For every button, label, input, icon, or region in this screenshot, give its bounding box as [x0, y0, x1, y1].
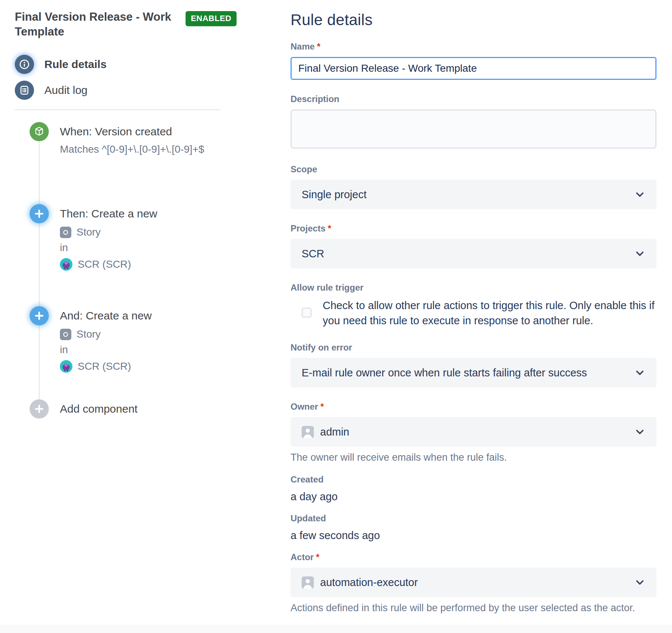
- chevron-down-icon: [634, 248, 645, 259]
- projects-label: Projects: [291, 223, 656, 234]
- info-icon: [15, 55, 34, 74]
- description-label: Description: [291, 94, 656, 104]
- actor-help-text: Actions defined in this rule will be per…: [291, 602, 656, 614]
- rule-trigger-description: Check to allow other rule actions to tri…: [323, 298, 656, 328]
- nav-item-rule-details[interactable]: Rule details: [15, 55, 237, 74]
- issue-type-row: Story: [60, 328, 152, 340]
- allow-rule-trigger-row: Check to allow other rule actions to tri…: [291, 298, 656, 328]
- project-label: SCR (SCR): [78, 258, 131, 270]
- notify-on-error-label: Notify on error: [291, 342, 656, 353]
- rule-trigger-checkbox[interactable]: [302, 308, 312, 318]
- projects-select[interactable]: SCR: [291, 239, 656, 268]
- allow-rule-trigger-label: Allow rule trigger: [291, 282, 656, 293]
- timeline-trigger-title: When: Version created: [60, 122, 204, 141]
- rule-title: Final Version Release - Work Template: [15, 10, 179, 39]
- rule-sidebar: Final Version Release - Work Template EN…: [15, 10, 237, 419]
- story-icon: [60, 329, 71, 340]
- updated-label: Updated: [291, 513, 656, 524]
- chevron-down-icon: [634, 577, 645, 588]
- chevron-down-icon: [634, 426, 645, 437]
- avatar: [302, 426, 314, 438]
- updated-value: a few seconds ago: [291, 529, 656, 542]
- projects-value: SCR: [302, 248, 324, 260]
- chevron-down-icon: [634, 189, 645, 200]
- name-input[interactable]: [291, 57, 656, 80]
- rule-header: Final Version Release - Work Template EN…: [15, 10, 237, 39]
- scope-label: Scope: [291, 164, 656, 175]
- created-value: a day ago: [291, 491, 656, 503]
- timeline-item-and-action[interactable]: And: Create a new Story in SCR (SCR): [15, 306, 237, 373]
- project-row: SCR (SCR): [60, 360, 152, 373]
- plus-icon: [30, 306, 49, 325]
- story-icon: [60, 227, 71, 238]
- description-textarea[interactable]: [291, 109, 656, 149]
- project-avatar: [60, 360, 72, 373]
- project-label: SCR (SCR): [78, 360, 131, 372]
- footer-bar: [0, 625, 672, 633]
- nav-label-audit-log: Audit log: [44, 84, 88, 97]
- avatar: [302, 576, 314, 589]
- timeline-item-add-component[interactable]: Add component: [15, 399, 237, 419]
- rule-timeline: When: Version created Matches ^[0-9]+\.[…: [15, 122, 237, 419]
- name-label: Name: [291, 41, 656, 52]
- version-created-icon: [30, 122, 49, 141]
- notify-on-error-select[interactable]: E-mail rule owner once when rule starts …: [291, 358, 656, 387]
- add-component-label: Add component: [60, 399, 138, 419]
- actor-label: Actor: [291, 552, 656, 562]
- timeline-trigger-subtitle: Matches ^[0-9]+\.[0-9]+\.[0-9]+$: [60, 142, 204, 157]
- plus-icon: [30, 204, 49, 223]
- connector-label: in: [60, 241, 157, 254]
- owner-select[interactable]: admin: [291, 417, 656, 447]
- issue-type-label: Story: [77, 328, 101, 340]
- timeline-item-trigger[interactable]: When: Version created Matches ^[0-9]+\.[…: [15, 122, 237, 157]
- audit-log-icon: [15, 81, 34, 100]
- scope-value: Single project: [302, 189, 367, 201]
- add-plus-icon: [30, 399, 49, 419]
- issue-type-row: Story: [60, 226, 157, 238]
- actor-value: automation-executor: [320, 576, 418, 589]
- page-title: Rule details: [291, 11, 656, 29]
- created-label: Created: [291, 474, 656, 485]
- owner-help-text: The owner will receive emails when the r…: [291, 452, 656, 463]
- rule-details-panel: Rule details Name Description Scope Sing…: [291, 11, 656, 633]
- timeline-action-title: Then: Create a new: [60, 204, 157, 223]
- timeline-item-then-action[interactable]: Then: Create a new Story in SCR (SCR): [15, 204, 237, 271]
- sidebar-nav: Rule details Audit log: [15, 55, 237, 100]
- nav-label-rule-details: Rule details: [44, 58, 106, 71]
- nav-item-audit-log[interactable]: Audit log: [15, 81, 237, 100]
- owner-value: admin: [320, 426, 349, 438]
- status-badge: ENABLED: [186, 11, 237, 26]
- notify-on-error-value: E-mail rule owner once when rule starts …: [302, 367, 587, 379]
- issue-type-label: Story: [77, 226, 101, 238]
- project-avatar: [60, 258, 72, 271]
- chevron-down-icon: [634, 367, 645, 378]
- owner-label: Owner: [291, 402, 656, 412]
- scope-select[interactable]: Single project: [291, 180, 656, 209]
- project-row: SCR (SCR): [60, 258, 157, 271]
- actor-select[interactable]: automation-executor: [291, 568, 656, 597]
- sidebar-divider: [15, 109, 220, 110]
- timeline-action-title: And: Create a new: [60, 306, 152, 325]
- connector-label: in: [60, 343, 152, 356]
